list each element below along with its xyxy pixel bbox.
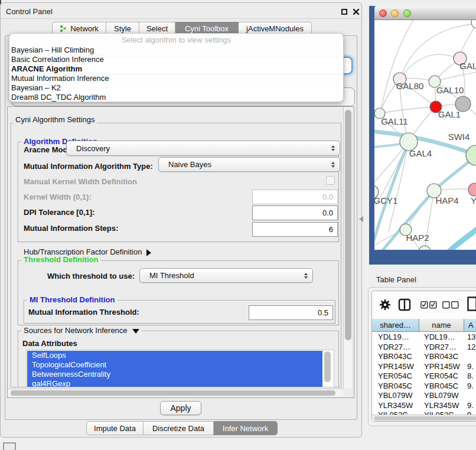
network-node[interactable] [419,246,431,250]
table-cell: YBR045C [378,381,412,390]
network-icon [60,25,67,32]
apply-button[interactable]: Apply [160,401,201,415]
algorithm-option[interactable]: ARACNE Algorithm [9,64,343,74]
table-cell: 9 [467,410,471,415]
unchecked-columns-icon[interactable] [442,301,459,309]
table-row[interactable]: YLR345WYLR345W9. [372,400,476,410]
table-row[interactable]: YDL19…YDL19…13 [372,332,476,342]
table-row[interactable]: YBL079WYBL079W [372,390,476,400]
node-label: GAL10 [436,85,464,95]
algorithm-option[interactable]: Bayesian – Hill Climbing [9,45,343,55]
table-cell: 8. [467,371,474,380]
column-header-partial[interactable]: A [464,319,476,332]
node-label: SWI4 [448,132,470,142]
stepper-icon [331,145,335,151]
mi-type-label: Mutual Information Algorithm Type: [24,162,153,171]
dpi-tolerance-field[interactable]: 0.0 [252,206,338,220]
kernel-width-field: 0.0 [252,190,338,204]
algorithm-option[interactable]: Bayesian – K2 [9,83,343,93]
network-edge[interactable] [435,72,476,81]
settings-vertical-scrollbar[interactable] [343,107,352,389]
which-threshold-combo[interactable]: MI Threshold [139,268,313,283]
algorithm-option[interactable]: Mutual Information Inference [9,74,343,83]
which-threshold-label: Which threshold to use: [47,272,135,281]
node-label: HAP2 [406,233,429,243]
network-node[interactable] [468,183,476,196]
algorithm-option[interactable]: Dream8 DC_TDC Algorithm [9,93,343,102]
table-row[interactable]: YBR043CYBR043C [372,351,476,361]
stepper-icon [331,162,335,168]
table-cell: 9. [467,401,474,410]
tab-discretize-data[interactable]: Discretize Data [144,421,214,435]
table-panel-title: Table Panel [376,275,416,284]
mi-type-combo[interactable]: Naive Bayes [158,157,340,172]
table-row[interactable]: YBR045CYBR045C9. [372,381,476,391]
table-horizontal-scrollbar[interactable] [372,415,476,421]
table-cell: YBL079W [378,391,413,400]
tab-impute-data[interactable]: Impute Data [86,421,144,435]
splitpane-collapse-arrow[interactable] [359,216,363,222]
app-root: Control Panel Network Style Select Cyni … [0,0,476,450]
network-window-titlebar[interactable] [374,6,476,20]
algorithm-dropdown-placeholder: Select algorithm to view settings [9,34,343,45]
column-header-name[interactable]: name [419,319,464,332]
kernel-width-label: Kernel Width (0,1): [24,193,92,201]
data-attributes-list[interactable]: SelfLoopsTopologicalCoefficientBetweenne… [26,350,334,387]
node-label: GAL11 [381,116,408,126]
node-label: Y [471,195,476,206]
document-icon[interactable] [467,296,476,312]
mi-steps-field[interactable]: 6 [252,222,338,237]
network-edge[interactable] [400,54,460,79]
table-cell: 13 [467,332,475,341]
network-edge[interactable] [461,27,475,53]
table-rows: YDL19…YDL19…13YDR27…YDR27…12YBR043CYBR04… [372,332,476,415]
table-cell: YBR043C [378,352,412,361]
window-zoom-icon[interactable] [403,9,411,17]
split-columns-icon[interactable] [398,298,411,311]
mi-threshold-group-title: MI Threshold Definition [27,296,117,304]
node-label: HAP4 [435,195,458,206]
sources-group-toggle[interactable]: Sources for Network Inference [21,327,142,335]
table-row[interactable]: YIL052CYIL052C9 [372,410,476,415]
table-row[interactable]: YER054CYER054C8. [372,371,476,381]
network-edge[interactable] [380,107,436,113]
table-row[interactable]: YDR27…YDR27…12 [372,342,476,352]
table-cell: 9. [467,362,474,371]
data-attribute-item[interactable]: SelfLoops [27,351,322,360]
table-cell: YER054C [424,371,458,380]
table-cell: YDL19… [424,332,455,341]
network-node[interactable] [471,20,476,28]
node-label: GAL [459,61,476,71]
attribute-list-scrollbar[interactable] [324,351,331,382]
settings-horizontal-scrollbar[interactable] [8,389,343,396]
aracne-mode-combo[interactable]: Discovery [66,141,340,156]
table-cell: YER054C [378,371,412,380]
network-edge[interactable] [448,228,476,250]
table-cell: YDL19… [378,332,409,341]
network-edge[interactable] [381,20,413,110]
checked-columns-icon[interactable] [420,301,437,309]
float-button[interactable] [341,9,347,15]
control-panel-title: Control Panel [6,7,53,16]
data-attribute-item[interactable]: gal4RGexp [27,379,322,387]
gear-icon[interactable] [379,299,391,311]
close-icon[interactable] [353,8,360,15]
threshold-definition-title: Threshold Definition [21,256,100,264]
expanded-arrow-icon [132,329,139,334]
tab-infer-network[interactable]: Infer Network [214,421,278,435]
table-cell: YBR043C [424,352,458,361]
network-canvas[interactable]: GALGAL80GAL10GAL1GAL11SWI4GAL4GCY1HAP4YH… [374,20,476,250]
column-header-shared[interactable]: shared… [372,319,419,332]
data-attribute-item[interactable]: BetweennessCentrality [27,370,322,379]
table-cell: YLR345W [378,401,413,410]
mi-threshold-field[interactable]: 0.5 [249,305,333,320]
algorithm-option[interactable]: Basic Correlation Inference [9,55,343,64]
table-row[interactable]: YPR145WYPR145W9. [372,361,476,371]
data-attribute-item[interactable]: TopologicalCoefficient [27,360,322,370]
collapsed-panel-icon[interactable] [3,442,16,450]
mi-threshold-label: Mutual Information Threshold: [28,308,139,317]
window-close-icon[interactable] [379,9,387,17]
table-cell: YDR27… [424,343,457,351]
collapsed-arrow-icon [146,249,151,256]
window-minimize-icon[interactable] [391,9,399,17]
